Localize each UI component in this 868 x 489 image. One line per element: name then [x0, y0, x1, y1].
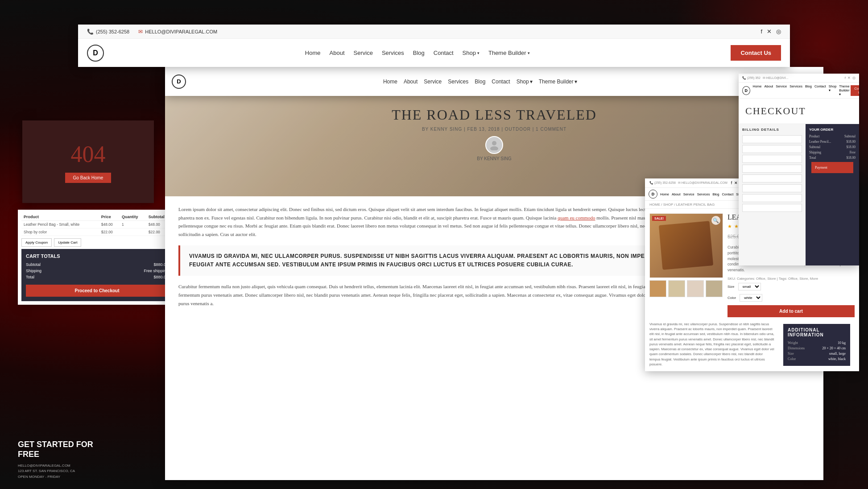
checkout-nav-services[interactable]: Services: [789, 84, 802, 96]
nav-shop[interactable]: Shop ▾: [463, 50, 479, 56]
email-icon: ✉: [138, 29, 143, 35]
cart-item-2-price: $22.00: [99, 228, 120, 236]
checkout-logo[interactable]: D: [742, 86, 750, 95]
product-nav-about[interactable]: About: [672, 192, 681, 196]
article-author: KENNY SING: [430, 127, 463, 132]
checkout-contact-btn[interactable]: Contact Us: [851, 85, 859, 96]
cart-subtotal-label: Subtotal: [26, 262, 41, 267]
article-link[interactable]: quam eu commodo: [558, 215, 595, 220]
checkout-panel: 📞 (255) 352 ✉ HELLO@DIVI... f ✕ ◎ D Home…: [739, 74, 859, 265]
article-author-name: BY KENNY SING: [477, 156, 511, 161]
cart-table: Product Price Quantity Subtotal Leather …: [21, 213, 173, 236]
product-nav-top: 📞 (255) 352-6258 ✉ HELLO@DIVIPARALEGAL.C…: [649, 181, 727, 185]
checkout-address-field[interactable]: [742, 174, 802, 182]
cart-total-row: Total $880.00: [26, 275, 168, 279]
product-nav-services[interactable]: Services: [697, 192, 710, 196]
product-nav-home[interactable]: Home: [660, 192, 669, 196]
additional-title: ADDITIONAL INFORMATION: [788, 327, 846, 337]
size-label: Size: [727, 285, 735, 289]
nav2-blog[interactable]: Blog: [475, 79, 485, 85]
nav-services[interactable]: Services: [382, 50, 404, 56]
product-thumb-2[interactable]: [668, 280, 685, 297]
checkout-email-top: ✉ HELLO@DIVI...: [763, 76, 788, 80]
update-cart-button[interactable]: Update Cart: [54, 238, 81, 247]
shop-chevron-icon: ▾: [477, 51, 479, 55]
additional-information-block: ADDITIONAL INFORMATION Weight 10 kg Dime…: [783, 324, 850, 366]
checkout-nav-blog[interactable]: Blog: [805, 84, 812, 96]
top-bar-left: 📞 (255) 352-6258 ✉ HELLO@DIVIPARALEGAL.C…: [87, 29, 217, 35]
nav-blog[interactable]: Blog: [413, 50, 425, 56]
checkout-country-field[interactable]: [742, 165, 802, 173]
zoom-icon[interactable]: 🔍: [711, 216, 720, 225]
color-select[interactable]: white black: [740, 294, 762, 302]
nav-service[interactable]: Service: [354, 50, 373, 56]
nav2-service[interactable]: Service: [424, 79, 442, 85]
nav2-about[interactable]: About: [404, 79, 417, 85]
svg-point-0: [492, 141, 496, 145]
contact-us-button-top[interactable]: Contact Us: [731, 45, 781, 61]
nav2-theme-builder[interactable]: Theme Builder ▾: [539, 79, 577, 85]
product-thumbnails: [649, 280, 723, 297]
checkout-nav-about[interactable]: About: [765, 84, 773, 96]
product-email-top: ✉ HELLO@DIVIPARALEGAL.COM: [678, 181, 727, 185]
product-nav-service[interactable]: Service: [683, 192, 694, 196]
get-started-email: HELLO@DIVIPARALEGAL.COM: [18, 463, 116, 469]
cart-total-label: Total: [26, 275, 34, 279]
checkout-nav-service[interactable]: Service: [776, 84, 787, 96]
checkout-city-field[interactable]: [742, 184, 802, 192]
apply-coupon-button[interactable]: Apply Coupon: [21, 238, 52, 247]
product-additional-info: ADDITIONAL INFORMATION Weight 10 kg Dime…: [779, 322, 855, 367]
twitter-icon[interactable]: ✕: [767, 28, 772, 35]
product-info-col-1: Vivamus id gravida mi, nec ullamcorper p…: [649, 322, 774, 367]
checkout-company-field[interactable]: [742, 155, 802, 163]
checkout-lastname-field[interactable]: [742, 145, 802, 153]
product-thumb-4[interactable]: [706, 280, 723, 297]
size-select[interactable]: small large: [738, 283, 761, 290]
weight-value: 10 kg: [838, 341, 846, 345]
product-logo[interactable]: D: [649, 190, 657, 199]
checkout-nav-home[interactable]: Home: [753, 84, 762, 96]
site-logo[interactable]: D: [87, 45, 104, 62]
nav-about[interactable]: About: [330, 50, 345, 56]
additional-size-row: Size small, large: [788, 352, 846, 356]
nav-theme-builder[interactable]: Theme Builder ▾: [488, 50, 530, 56]
article-date: FEB 13, 2018: [467, 127, 500, 132]
nav-home[interactable]: Home: [305, 50, 321, 56]
checkout-firstname-field[interactable]: [742, 135, 802, 143]
instagram-icon[interactable]: ◎: [776, 28, 781, 35]
nav-contact[interactable]: Contact: [434, 50, 454, 56]
top-bar: 📞 (255) 352-6258 ✉ HELLO@DIVIPARALEGAL.C…: [78, 25, 790, 39]
checkout-zip-field[interactable]: [742, 204, 802, 212]
nav2-contact[interactable]: Contact: [492, 79, 510, 85]
checkout-nav-shop[interactable]: Shop ▾: [829, 84, 837, 96]
product-nav-blog[interactable]: Blog: [712, 192, 719, 196]
nav2-shop[interactable]: Shop ▾: [517, 79, 533, 85]
article-separator3: |: [533, 127, 536, 132]
product-thumb-3[interactable]: [687, 280, 704, 297]
add-to-cart-button[interactable]: Add to cart: [727, 305, 855, 317]
checkout-header: CHECKOUT: [739, 99, 859, 124]
product-nav-contact[interactable]: Contact: [722, 192, 733, 196]
product-thumb-1[interactable]: [649, 280, 666, 297]
checkout-state-field[interactable]: [742, 194, 802, 202]
table-row: Leather Pencil Bag - Small, white $48.00…: [21, 221, 173, 228]
error-back-button[interactable]: Go Back Home: [65, 173, 112, 183]
cart-col-quantity: Quantity: [120, 213, 146, 221]
article-separator1: |: [464, 127, 467, 132]
proceed-to-checkout-button[interactable]: Proceed to Checkout: [26, 285, 168, 297]
social-links: f ✕ ◎: [761, 28, 781, 35]
checkout-nav-theme[interactable]: Theme Builder ▾: [839, 84, 851, 96]
product-phone-top: 📞 (255) 352-6258: [649, 181, 676, 185]
facebook-icon[interactable]: f: [761, 28, 762, 35]
nav2-logo[interactable]: D: [172, 75, 186, 89]
cart-item-1-name: Leather Pencil Bag - Small, white: [21, 221, 99, 228]
nav2-services[interactable]: Services: [448, 79, 468, 85]
main-top-nav-panel: 📞 (255) 352-6258 ✉ HELLO@DIVIPARALEGAL.C…: [78, 25, 790, 67]
weight-label: Weight: [788, 341, 798, 345]
checkout-billing-title: BILLING DETAILS: [742, 128, 802, 132]
nav2-home[interactable]: Home: [383, 79, 397, 85]
checkout-nav-contact[interactable]: Contact: [814, 84, 826, 96]
cart-totals: CART TOTALS Subtotal $880.00 Shipping Fr…: [21, 249, 173, 301]
article-category: OUTDOOR: [505, 127, 531, 132]
checkout-nav: D Home About Service Services Blog Conta…: [742, 84, 851, 96]
